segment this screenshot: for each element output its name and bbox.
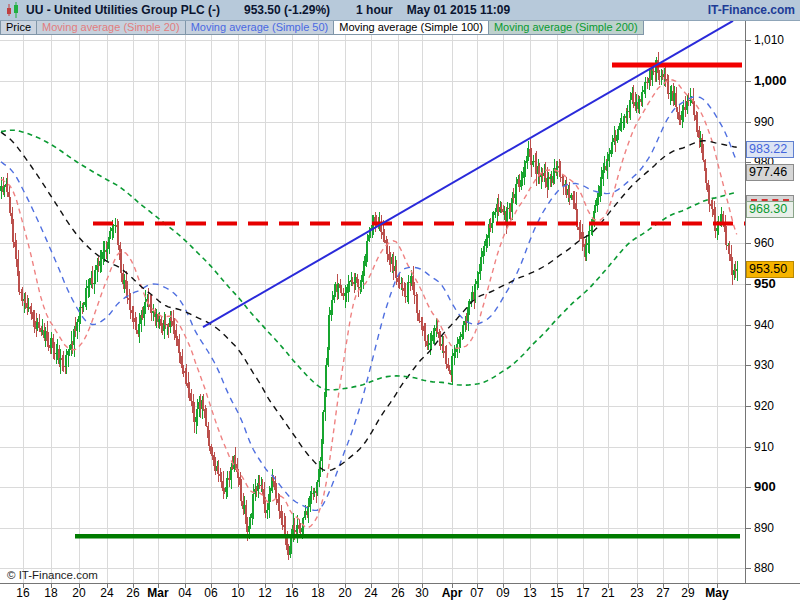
chart-header: UU - United Utilities Group PLC (-) 953.… xyxy=(0,0,800,21)
y-axis-tick-label: 900 xyxy=(754,479,776,494)
ma100-price-label: 977.46 xyxy=(746,164,794,181)
tab-sma20[interactable]: Moving average (Simple 20) xyxy=(37,20,186,35)
instrument-title: UU - United Utilities Group PLC (-) xyxy=(26,3,220,17)
x-axis-date-label: 12 xyxy=(258,586,271,600)
timeframe-label: 1 hour xyxy=(356,3,393,17)
y-axis-tick-label: 1,000 xyxy=(754,73,787,88)
x-axis-date-label: 27 xyxy=(656,586,669,600)
indicator-legend: Price Moving average (Simple 20) Moving … xyxy=(0,20,644,35)
y-axis-tick-label: 940 xyxy=(754,318,774,332)
x-axis-date-label: 13 xyxy=(523,586,536,600)
datetime-label: May 01 2015 11:09 xyxy=(407,3,510,17)
last-price-and-change: 953.50 (-1.29%) xyxy=(244,3,330,17)
y-axis-tick-label: 910 xyxy=(754,440,774,454)
last-price-label: 953.50 xyxy=(746,261,794,278)
candlestick-icon xyxy=(5,2,20,18)
x-axis-date-label: 09 xyxy=(496,586,509,600)
x-axis-date-label: 18 xyxy=(44,586,57,600)
ma200-price-label: 968.30 xyxy=(746,201,794,218)
x-axis-date-label: 24 xyxy=(364,586,377,600)
y-axis-tick-label: 930 xyxy=(754,358,774,372)
x-axis-date-label: 04 xyxy=(178,586,191,600)
tab-price[interactable]: Price xyxy=(0,20,37,35)
tab-sma50[interactable]: Moving average (Simple 50) xyxy=(186,20,335,35)
x-axis-date-label: 24 xyxy=(100,586,113,600)
x-axis-date-label: 15 xyxy=(550,586,563,600)
y-axis-tick-label: 920 xyxy=(754,399,774,413)
y-axis-tick-label: 880 xyxy=(754,561,774,575)
tab-sma100[interactable]: Moving average (Simple 100) xyxy=(334,20,489,35)
x-axis-date-label: 30 xyxy=(415,586,428,600)
x-axis-date-label: Mar xyxy=(147,586,168,600)
x-axis-date-label: 07 xyxy=(470,586,483,600)
x-axis-date-label: 21 xyxy=(601,586,614,600)
y-axis-tick-label: 1,010 xyxy=(754,33,784,47)
x-axis-date-label: 26 xyxy=(391,586,404,600)
ma50-price-label: 983.22 xyxy=(746,141,794,158)
price-chart-canvas[interactable] xyxy=(0,0,800,600)
x-axis-date-label: 17 xyxy=(576,586,589,600)
x-axis-date-label: 18 xyxy=(311,586,324,600)
x-axis-date-label: 16 xyxy=(285,586,298,600)
x-axis-date-label: 23 xyxy=(630,586,643,600)
x-axis-date-label: 10 xyxy=(231,586,244,600)
copyright-watermark: © IT-Finance.com xyxy=(7,569,98,581)
brand-logo-text: IT-Finance.com xyxy=(708,3,795,17)
x-axis-date-label: 20 xyxy=(72,586,85,600)
y-axis-tick-label: 960 xyxy=(754,236,774,250)
x-axis-date-label: Apr xyxy=(442,586,463,600)
x-axis-date-label: May xyxy=(705,586,728,600)
x-axis-date-label: 06 xyxy=(204,586,217,600)
x-axis-date-label: 20 xyxy=(338,586,351,600)
x-axis-date-label: 26 xyxy=(126,586,139,600)
x-axis-date-label: 29 xyxy=(681,586,694,600)
tab-sma200[interactable]: Moving average (Simple 200) xyxy=(489,20,644,35)
y-axis-tick-label: 990 xyxy=(754,115,774,129)
y-axis-tick-label: 890 xyxy=(754,521,774,535)
x-axis-date-label: 16 xyxy=(16,586,29,600)
